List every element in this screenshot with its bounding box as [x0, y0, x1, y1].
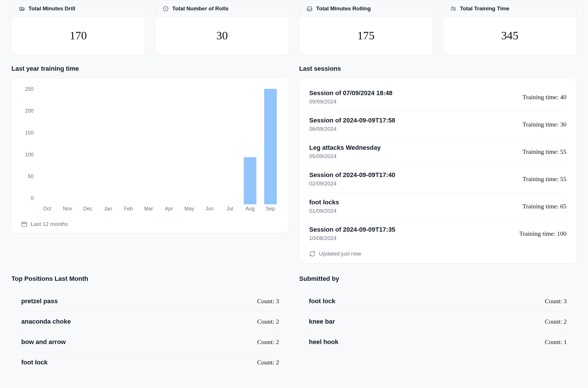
list-item[interactable]: bow and arrowCount: 2 — [21, 332, 279, 352]
list-item-count: Count: 2 — [545, 318, 567, 325]
submitted-title: Submitted by — [299, 275, 577, 283]
stat-label: Total Number of Rolls — [172, 5, 229, 12]
session-time: Training time: 55 — [523, 148, 566, 155]
session-date: 01/09/2024 — [309, 208, 339, 214]
stat-label: Total Minutes Drill — [28, 5, 75, 12]
stat-card-drill: Total Minutes Drill 170 — [11, 0, 145, 55]
x-tick: Aug — [240, 206, 260, 212]
stat-label: Total Minutes Rolling — [316, 5, 371, 12]
chart-panel: Last year training time 050100150200250 … — [11, 65, 289, 264]
session-left: Session of 2024-09-09T17:5808/09/2024 — [309, 117, 395, 132]
sessions-footer-text: Updated just now — [319, 251, 361, 257]
session-date: 05/09/2024 — [309, 153, 381, 160]
calendar-icon — [21, 221, 27, 227]
list-item-name: foot lock — [21, 359, 48, 366]
list-item-name: anaconda choke — [21, 318, 71, 325]
bar-slot — [159, 87, 179, 204]
submitted-list: foot lockCount: 3knee barCount: 2heel ho… — [299, 288, 577, 355]
chart-plot: OctNovDecJanFebMarAprMayJunJulAugSep — [37, 87, 281, 213]
list-item-name: foot lock — [309, 297, 335, 305]
session-left: Session of 07/09/2024 18:4809/09/2024 — [309, 89, 392, 105]
y-tick: 0 — [31, 195, 34, 201]
refresh-icon — [309, 251, 316, 257]
stat-card-rolling: Total Minutes Rolling 175 — [299, 0, 433, 55]
bar-slot — [179, 87, 200, 204]
svg-point-4 — [454, 7, 455, 9]
session-time: Training time: 40 — [523, 93, 566, 101]
session-time: Training time: 30 — [523, 121, 566, 128]
session-left: foot locks01/09/2024 — [309, 199, 339, 214]
y-tick: 50 — [28, 174, 34, 180]
session-title: Session of 2024-09-09T17:35 — [309, 226, 395, 233]
session-date: 09/09/2024 — [309, 99, 392, 105]
list-item-count: Count: 1 — [545, 338, 567, 346]
sessions-panel: Last sessions Session of 07/09/2024 18:4… — [299, 65, 577, 264]
list-item[interactable]: pretzel passCount: 3 — [21, 291, 279, 312]
svg-point-1 — [21, 8, 22, 9]
list-item[interactable]: foot lockCount: 3 — [309, 291, 567, 312]
session-row[interactable]: Session of 07/09/2024 18:4809/09/2024Tra… — [309, 84, 566, 111]
banknotes-icon — [19, 5, 25, 12]
session-title: Session of 2024-09-09T17:58 — [309, 117, 395, 124]
stat-value: 345 — [443, 17, 576, 55]
session-date: 08/09/2024 — [309, 126, 395, 132]
session-time: Training time: 55 — [523, 175, 566, 183]
sessions-title: Last sessions — [299, 65, 577, 72]
chart-footer-text: Last 12 months — [31, 221, 68, 227]
x-tick: Jul — [220, 206, 240, 212]
x-tick: Oct — [37, 206, 57, 212]
list-item[interactable]: foot lockCount: 2 — [21, 352, 279, 372]
chart-bar — [244, 157, 256, 204]
stats-row: Total Minutes Drill 170 Total Number of … — [11, 0, 577, 55]
list-item-count: Count: 3 — [545, 297, 567, 305]
session-row[interactable]: Session of 2024-09-09T17:5808/09/2024Tra… — [309, 111, 566, 138]
chart-y-axis: 050100150200250 — [20, 87, 37, 213]
list-item-name: bow and arrow — [21, 338, 66, 346]
list-item-count: Count: 3 — [257, 297, 279, 305]
chart-bar — [264, 89, 277, 204]
y-tick: 250 — [25, 86, 34, 92]
y-tick: 100 — [25, 152, 34, 158]
session-row[interactable]: Session of 2024-09-09T17:3510/08/2024Tra… — [309, 220, 566, 247]
stat-value: 175 — [299, 17, 432, 55]
clock-icon — [163, 5, 169, 12]
chart-footer: Last 12 months — [20, 221, 281, 227]
session-row[interactable]: Session of 2024-09-09T17:4002/09/2024Tra… — [309, 166, 566, 193]
stat-header: Total Number of Rolls — [156, 0, 289, 17]
positions-panel: Top Positions Last Month pretzel passCou… — [11, 275, 289, 375]
list-item[interactable]: knee barCount: 2 — [309, 312, 567, 332]
session-row[interactable]: Leg attacks Wednesday05/09/2024Training … — [309, 138, 566, 166]
positions-list: pretzel passCount: 3anaconda chokeCount:… — [11, 288, 289, 375]
list-item[interactable]: anaconda chokeCount: 2 — [21, 312, 279, 332]
bar-slot — [78, 87, 98, 204]
list-item-name: knee bar — [309, 318, 335, 325]
session-time: Training time: 100 — [519, 230, 566, 237]
x-tick: May — [179, 206, 200, 212]
sessions-footer: Updated just now — [309, 247, 566, 257]
x-tick: Feb — [118, 206, 139, 212]
stat-value: 170 — [12, 17, 145, 55]
bar-slot — [98, 87, 118, 204]
session-left: Leg attacks Wednesday05/09/2024 — [309, 144, 381, 160]
chart-title: Last year training time — [11, 65, 289, 72]
lists-row: Top Positions Last Month pretzel passCou… — [11, 275, 577, 375]
stat-card-rolls: Total Number of Rolls 30 — [155, 0, 289, 55]
list-item-name: pretzel pass — [21, 297, 58, 305]
session-row[interactable]: foot locks01/09/2024Training time: 65 — [309, 193, 566, 220]
stat-header: Total Minutes Rolling — [299, 0, 432, 17]
svg-rect-0 — [19, 7, 24, 10]
svg-rect-5 — [22, 222, 27, 227]
x-tick: Mar — [138, 206, 159, 212]
list-item[interactable]: heel hookCount: 1 — [309, 332, 567, 352]
bar-slot — [260, 87, 281, 204]
stat-card-total: Total Training Time 345 — [443, 0, 577, 55]
session-title: foot locks — [309, 199, 339, 206]
session-title: Session of 2024-09-09T17:40 — [309, 171, 395, 179]
session-left: Session of 2024-09-09T17:3510/08/2024 — [309, 226, 395, 241]
x-tick: Jan — [98, 206, 118, 212]
chart-x-axis: OctNovDecJanFebMarAprMayJunJulAugSep — [37, 204, 281, 213]
x-tick: Apr — [159, 206, 179, 212]
positions-title: Top Positions Last Month — [11, 275, 289, 283]
x-tick: Dec — [78, 206, 98, 212]
chart-area: 050100150200250 OctNovDecJanFebMarAprMay… — [20, 87, 281, 213]
